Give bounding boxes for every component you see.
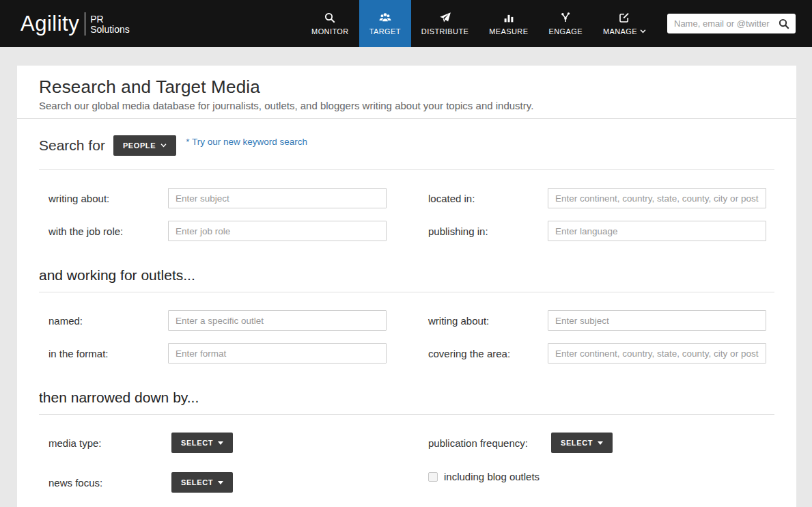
outlet-named-input[interactable] — [168, 310, 387, 331]
narrow-heading: then narrowed down by... — [39, 389, 774, 406]
field-outlet-named: named: — [48, 310, 428, 331]
field-outlet-format: in the format: — [48, 343, 428, 364]
outlets-criteria-right-column: writing about: covering the area: — [428, 310, 774, 364]
nav-item-engage[interactable]: ENGAGE — [538, 0, 592, 47]
title-block: Research and Target Media Search our glo… — [17, 66, 796, 119]
nav-item-distribute[interactable]: DISTRIBUTE — [411, 0, 479, 47]
outlet-writing-about-input[interactable] — [548, 310, 766, 331]
publishing-in-input[interactable] — [548, 221, 766, 241]
agility-logo[interactable]: Agility PR Solutions — [20, 0, 130, 47]
research-target-card: Research and Target Media Search our glo… — [17, 66, 796, 507]
blog-outlets-checkbox[interactable] — [428, 472, 438, 482]
share-icon — [559, 12, 572, 24]
logo-brand-text: Agility — [20, 12, 79, 36]
search-for-row: Search for PEOPLE * Try our new keyword … — [17, 119, 796, 169]
field-job-role: with the job role: — [48, 221, 428, 241]
logo-divider — [85, 12, 85, 36]
search-icon — [778, 18, 790, 30]
nav-item-manage[interactable]: MANAGE — [593, 0, 656, 47]
search-submit-button[interactable] — [778, 18, 790, 30]
nav-item-target[interactable]: TARGET — [359, 0, 411, 47]
chevron-down-icon — [640, 29, 646, 33]
nav-search-area — [667, 0, 796, 47]
nav-item-measure[interactable]: MEASURE — [479, 0, 538, 47]
field-located-in: located in: — [428, 188, 774, 208]
people-criteria-right-column: located in: publishing in: — [428, 188, 774, 241]
publication-frequency-select[interactable]: SELECT — [551, 433, 613, 453]
narrow-heading-block: then narrowed down by... — [17, 380, 796, 414]
page-title: Research and Target Media — [39, 77, 774, 98]
edit-icon — [618, 12, 630, 24]
magnifier-icon — [324, 12, 336, 24]
caret-down-icon — [218, 481, 223, 484]
page-subtitle: Search our global media database for jou… — [39, 100, 774, 111]
paper-plane-icon — [439, 12, 451, 24]
located-in-input[interactable] — [548, 188, 766, 208]
field-media-type: media type: SELECT — [48, 433, 428, 453]
blog-outlets-row: including blog outlets — [428, 471, 774, 482]
news-focus-select[interactable]: SELECT — [171, 472, 233, 493]
outlets-heading: and working for outlets... — [39, 267, 774, 284]
top-nav: Agility PR Solutions MONITOR TARGET — [0, 0, 812, 47]
people-criteria-section: writing about: with the job role: locate… — [17, 170, 796, 258]
outlet-area-input[interactable] — [548, 343, 766, 364]
blog-outlets-label: including blog outlets — [444, 471, 540, 482]
caret-down-icon — [218, 441, 223, 445]
outlet-format-input[interactable] — [168, 343, 387, 364]
contact-search-box — [667, 14, 796, 33]
bar-chart-icon — [503, 12, 515, 24]
field-publication-frequency: publication frequency: SELECT — [428, 433, 774, 453]
narrow-criteria-section: media type: SELECT news focus: SELECT — [17, 415, 796, 507]
chevron-down-icon — [160, 143, 167, 148]
search-type-dropdown[interactable]: PEOPLE — [113, 135, 176, 156]
media-type-select[interactable]: SELECT — [171, 433, 233, 453]
field-outlet-writing-about: writing about: — [428, 310, 774, 331]
nav-item-monitor[interactable]: MONITOR — [301, 0, 359, 47]
search-for-label: Search for — [39, 137, 105, 154]
outlets-heading-block: and working for outlets... — [17, 258, 796, 292]
writing-about-input[interactable] — [168, 188, 387, 208]
narrow-right-column: publication frequency: SELECT including … — [428, 433, 774, 504]
outlets-criteria-left-column: named: in the format: — [48, 310, 428, 364]
logo-suffix-text: PR Solutions — [90, 13, 130, 34]
main-nav-items: MONITOR TARGET DISTRIBUTE MEAS — [301, 0, 656, 47]
people-criteria-left-column: writing about: with the job role: — [48, 188, 428, 241]
field-news-focus: news focus: SELECT — [48, 472, 428, 493]
job-role-input[interactable] — [168, 221, 387, 241]
outlets-criteria-section: named: in the format: writing about: cov… — [17, 292, 796, 380]
field-writing-about: writing about: — [48, 188, 428, 208]
narrow-left-column: media type: SELECT news focus: SELECT — [48, 433, 428, 504]
people-icon — [378, 12, 392, 24]
field-outlet-area: covering the area: — [428, 343, 774, 364]
caret-down-icon — [598, 441, 603, 445]
field-publishing-in: publishing in: — [428, 221, 774, 241]
keyword-search-link[interactable]: * Try our new keyword search — [186, 137, 307, 147]
contact-search-input[interactable] — [674, 18, 778, 29]
